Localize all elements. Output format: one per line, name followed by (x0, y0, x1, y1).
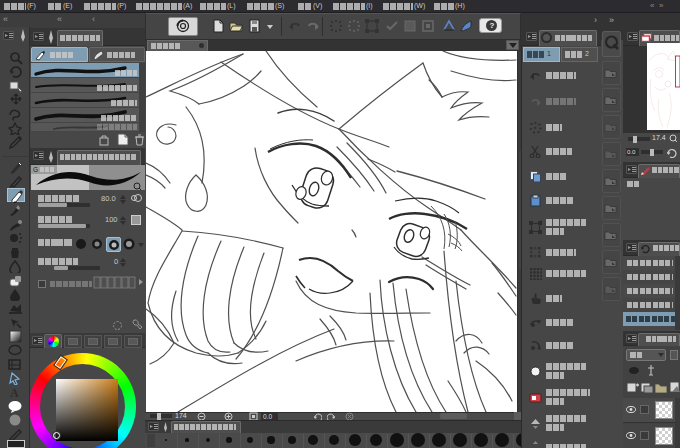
svg-text:A: A (10, 386, 19, 399)
